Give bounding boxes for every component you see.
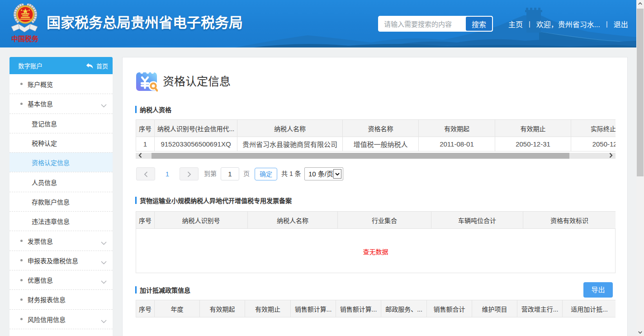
svg-text:中国税务: 中国税务 xyxy=(11,35,39,43)
